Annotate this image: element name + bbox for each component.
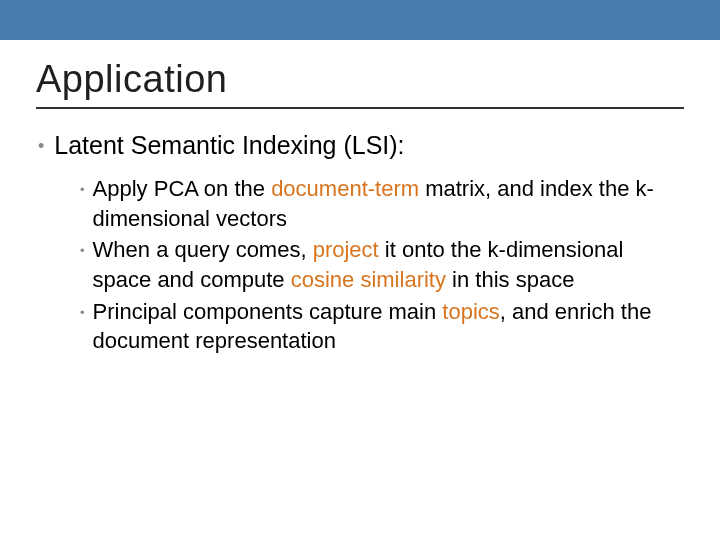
list-item-text: Principal components capture main topics… xyxy=(93,297,684,356)
highlight-term: document-term xyxy=(271,176,419,201)
bullet-dot-icon: • xyxy=(80,181,85,199)
slide-top-bar xyxy=(0,0,720,40)
main-bullet: • Latent Semantic Indexing (LSI): xyxy=(36,131,684,160)
text-run: When a query comes, xyxy=(93,237,313,262)
list-item: • Apply PCA on the document-term matrix,… xyxy=(80,174,684,233)
main-bullet-prefix: Latent Semantic Indexing xyxy=(54,131,336,159)
main-bullet-suffix: (LSI): xyxy=(336,131,404,159)
highlight-term: project xyxy=(313,237,379,262)
bullet-dot-icon: • xyxy=(80,242,85,260)
list-item-text: Apply PCA on the document-term matrix, a… xyxy=(93,174,684,233)
slide-title: Application xyxy=(36,58,684,109)
bullet-dot-icon: • xyxy=(80,304,85,322)
sub-bullet-list: • Apply PCA on the document-term matrix,… xyxy=(36,174,684,356)
highlight-term: cosine similarity xyxy=(291,267,446,292)
text-run: in this space xyxy=(446,267,574,292)
list-item: • When a query comes, project it onto th… xyxy=(80,235,684,294)
slide-content: Application • Latent Semantic Indexing (… xyxy=(0,40,720,356)
highlight-term: topics xyxy=(442,299,499,324)
list-item: • Principal components capture main topi… xyxy=(80,297,684,356)
text-run: Principal components capture main xyxy=(93,299,443,324)
text-run: Apply PCA on the xyxy=(93,176,272,201)
main-bullet-text: Latent Semantic Indexing (LSI): xyxy=(54,131,404,160)
bullet-dot-icon: • xyxy=(38,137,44,155)
list-item-text: When a query comes, project it onto the … xyxy=(93,235,684,294)
